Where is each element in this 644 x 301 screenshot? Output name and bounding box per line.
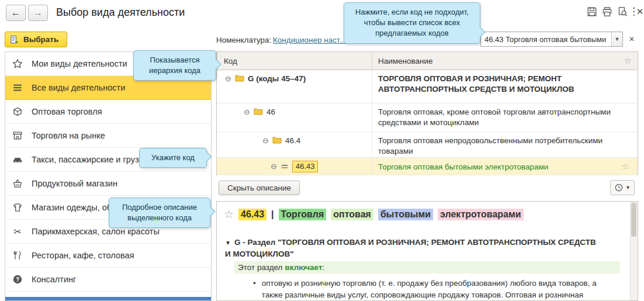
list-icon xyxy=(11,82,24,93)
bullet-icon: • xyxy=(253,278,256,301)
star-icon: ☆ xyxy=(624,56,631,65)
close-button[interactable]: ✕ xyxy=(636,5,644,18)
code-combobox-value: 46.43 Торговля оптовая бытовыми xyxy=(481,32,611,46)
combo-dropdown-button[interactable]: ▼ xyxy=(611,32,622,46)
highlighted-word: электротоварами xyxy=(438,209,524,220)
tree-row-section-g[interactable]: ⊖ G (коды 45–47) ТОРГОВЛЯ ОПТОВАЯ И РОЗН… xyxy=(217,70,638,103)
highlighted-word: Торговля xyxy=(279,209,327,220)
includes-keyword: включает xyxy=(285,263,322,272)
basket-icon xyxy=(11,178,24,189)
storefront-icon xyxy=(11,130,24,141)
tree-code: 46.4 xyxy=(285,136,300,145)
back-button[interactable]: ← xyxy=(6,5,26,21)
description-bullet: • оптовую и розничную торговлю (т. е. пр… xyxy=(253,278,611,301)
sidebar-item-label: Продуктовый магазин xyxy=(32,179,117,188)
sidebar-item-label: Все виды деятельности xyxy=(32,83,125,92)
folder-icon xyxy=(272,136,282,144)
scrollbar-thumb[interactable] xyxy=(631,203,636,237)
printer-icon xyxy=(602,6,615,17)
code-combobox[interactable]: 46.43 Торговля оптовая бытовыми ▼ xyxy=(480,32,623,47)
sidebar-item-label: Парикмахерская, салон красоты xyxy=(32,227,160,236)
sidebar-item-market-trade[interactable]: Торговля на рынке xyxy=(5,124,211,148)
box-icon xyxy=(11,106,24,117)
sidebar-item-consulting[interactable]: ? Консалтинг xyxy=(5,268,211,292)
history-button[interactable]: ▼ xyxy=(610,180,635,195)
tree-name: Торговля оптовая, кроме оптовой торговли… xyxy=(372,103,638,132)
favorites-column-button[interactable]: ☆ xyxy=(618,52,638,70)
scissors-icon: ✂ xyxy=(11,226,24,237)
tree-row-46[interactable]: ⊖ 46 Торговля оптовая, кроме оптовой тор… xyxy=(217,103,638,132)
collapse-triangle-icon: ▼ xyxy=(225,240,231,246)
sidebar-item-label: Оптовая торговля xyxy=(32,107,102,116)
column-header-name: Наименование xyxy=(372,52,618,70)
find-button[interactable] xyxy=(617,5,630,18)
collapse-icon[interactable]: ⊖ xyxy=(225,74,231,84)
search-document-icon xyxy=(617,6,630,17)
history-icon xyxy=(614,183,624,192)
chevron-down-icon: ▼ xyxy=(625,185,631,191)
column-header-code: Код xyxy=(217,52,372,70)
close-icon: ✕ xyxy=(636,6,644,16)
sidebar-partial-next-item xyxy=(5,297,211,300)
tooltip-combo-hint: Нажмите, если код не подходит, чтобы выв… xyxy=(344,2,480,44)
hide-description-button[interactable]: Скрыть описание xyxy=(219,181,300,195)
nomenclature-link[interactable]: Кондиционер наст... xyxy=(273,36,346,44)
clear-icon: ✕ xyxy=(629,35,635,43)
restaurant-icon xyxy=(11,250,24,261)
print-button[interactable] xyxy=(602,5,615,18)
forward-icon: → xyxy=(33,8,43,18)
activity-sidebar: Мои виды деятельности Все виды деятельно… xyxy=(5,51,212,301)
bullet-text: оптовую и розничную торговлю (т. е. прод… xyxy=(262,278,611,301)
collapse-icon[interactable]: ⊖ xyxy=(262,136,269,146)
back-icon: ← xyxy=(11,8,20,18)
car-icon xyxy=(11,154,24,165)
tree-name: ТОРГОВЛЯ ОПТОВАЯ И РОЗНИЧНАЯ; РЕМОНТ АВТ… xyxy=(372,70,638,103)
save-button[interactable] xyxy=(587,5,600,18)
collapse-icon[interactable]: ⊖ xyxy=(271,162,277,171)
includes-prefix: Этот раздел xyxy=(238,263,282,272)
tree-name: Торговля оптовая непродовольственными по… xyxy=(372,132,638,157)
description-title: ☆ 46.43 | Торговля оптовая бытовыми элек… xyxy=(224,207,524,221)
tooltip-code-hint: Укажите код xyxy=(139,148,207,168)
star-icon xyxy=(11,58,24,69)
description-scrollbar[interactable] xyxy=(630,202,638,300)
select-icon xyxy=(10,35,19,44)
sidebar-item-wholesale[interactable]: Оптовая торговля xyxy=(5,100,211,124)
tree-row-46-4[interactable]: ⊖ 46.4 Торговля оптовая непродовольствен… xyxy=(217,132,638,158)
tooltip-text: Укажите код xyxy=(151,153,195,162)
star-icon: ☆ xyxy=(622,161,629,171)
nomenclature-label: Номенклатура: xyxy=(216,36,271,44)
page-title: Выбор вида деятельности xyxy=(56,6,185,19)
sidebar-item-grocery[interactable]: Продуктовый магазин xyxy=(5,172,211,196)
section-header[interactable]: ▼G - Раздел "ТОРГОВЛЯ ОПТОВАЯ И РОЗНИЧНА… xyxy=(225,237,602,260)
sidebar-item-label: Ресторан, кафе, столовая xyxy=(32,251,134,260)
forward-button[interactable]: → xyxy=(28,5,48,21)
combo-clear-button[interactable]: ✕ xyxy=(626,33,638,45)
svg-text:?: ? xyxy=(16,276,19,283)
folder-icon xyxy=(235,74,244,82)
highlighted-word: бытовыми xyxy=(378,209,433,220)
clothes-icon xyxy=(11,202,24,213)
chevron-down-icon: ▼ xyxy=(615,36,620,42)
activity-leaf-icon xyxy=(281,162,289,171)
folder-icon xyxy=(254,108,263,115)
tree-code: G (коды 45–47) xyxy=(248,74,306,83)
tooltip-text: Подробное описание выделенного кода xyxy=(122,203,197,222)
section-header-text: G - Раздел "ТОРГОВЛЯ ОПТОВАЯ И РОЗНИЧНАЯ… xyxy=(225,238,596,258)
tree-code: 46 xyxy=(266,108,275,116)
tooltip-text: Показывается иерархия кода xyxy=(149,56,200,75)
favorite-toggle-button[interactable]: ☆ xyxy=(618,161,633,172)
save-icon xyxy=(587,6,600,17)
tree-row-46-43-selected[interactable]: ⊖ 46.43 Торговля оптовая бытовыми электр… xyxy=(217,158,638,175)
tooltip-arrow xyxy=(205,207,215,217)
question-icon: ? xyxy=(11,274,24,285)
select-button[interactable]: Выбрать xyxy=(5,32,67,47)
collapse-icon[interactable]: ⊖ xyxy=(244,108,250,117)
sidebar-item-label: Торговля на рынке xyxy=(32,131,105,140)
activity-code-tree: Код Наименование ☆ ⊖ G (коды 45–47) ТОРГ… xyxy=(216,51,638,175)
sidebar-item-restaurant[interactable]: Ресторан, кафе, столовая xyxy=(5,244,211,268)
tree-header: Код Наименование ☆ xyxy=(217,52,638,70)
star-icon[interactable]: ☆ xyxy=(224,207,234,221)
selected-code-chip: 46.43 xyxy=(292,161,318,172)
description-panel: ☆ 46.43 | Торговля оптовая бытовыми элек… xyxy=(216,201,638,301)
